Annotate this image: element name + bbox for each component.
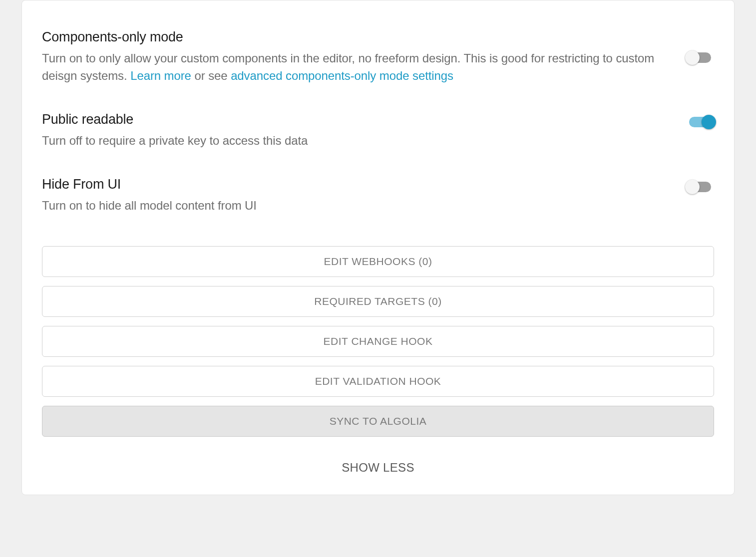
setting-hide-from-ui: Hide From UI Turn on to hide all model c… (42, 176, 714, 215)
action-button-stack: EDIT WEBHOOKS (0) REQUIRED TARGETS (0) E… (42, 246, 714, 437)
toggle-thumb (685, 50, 700, 65)
required-targets-button[interactable]: REQUIRED TARGETS (0) (42, 286, 714, 317)
setting-public-readable: Public readable Turn off to require a pr… (42, 111, 714, 150)
edit-validation-hook-button[interactable]: EDIT VALIDATION HOOK (42, 366, 714, 397)
components-only-toggle[interactable] (685, 52, 714, 64)
toggle-thumb (685, 180, 700, 194)
setting-text-block: Hide From UI Turn on to hide all model c… (42, 176, 685, 215)
setting-title: Components-only mode (42, 28, 655, 46)
learn-more-link[interactable]: Learn more (130, 69, 191, 82)
advanced-settings-link[interactable]: advanced components-only mode settings (231, 69, 453, 82)
setting-text-block: Public readable Turn off to require a pr… (42, 111, 685, 150)
show-less-button[interactable]: SHOW LESS (42, 461, 714, 475)
edit-webhooks-button[interactable]: EDIT WEBHOOKS (0) (42, 246, 714, 277)
setting-title: Public readable (42, 111, 655, 128)
setting-description: Turn on to hide all model content from U… (42, 197, 655, 215)
hide-from-ui-toggle[interactable] (685, 182, 714, 194)
setting-title: Hide From UI (42, 176, 655, 193)
sync-to-algolia-button[interactable]: SYNC TO ALGOLIA (42, 406, 714, 437)
edit-change-hook-button[interactable]: EDIT CHANGE HOOK (42, 326, 714, 357)
setting-text-block: Components-only mode Turn on to only all… (42, 28, 685, 85)
public-readable-toggle[interactable] (685, 117, 714, 129)
setting-components-only: Components-only mode Turn on to only all… (42, 28, 714, 85)
toggle-thumb (702, 115, 716, 129)
setting-description: Turn on to only allow your custom compon… (42, 50, 655, 85)
settings-card: Components-only mode Turn on to only all… (21, 0, 735, 495)
desc-or-see: or see (191, 69, 231, 82)
setting-description: Turn off to require a private key to acc… (42, 132, 655, 150)
